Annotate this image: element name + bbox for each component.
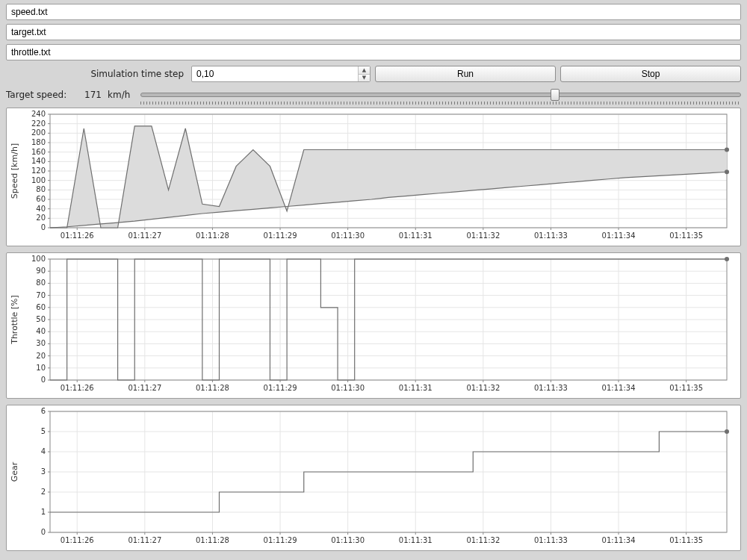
svg-text:01:11:28: 01:11:28: [196, 231, 229, 240]
svg-text:01:11:28: 01:11:28: [196, 384, 229, 392]
svg-text:01:11:29: 01:11:29: [264, 536, 297, 544]
slider-thumb[interactable]: [551, 89, 560, 101]
svg-text:40: 40: [36, 327, 46, 335]
svg-text:0: 0: [41, 528, 46, 536]
svg-text:01:11:32: 01:11:32: [466, 384, 500, 392]
svg-text:01:11:26: 01:11:26: [61, 231, 94, 240]
svg-text:100: 100: [31, 176, 46, 184]
timestep-label: Simulation time step: [6, 69, 187, 79]
svg-text:01:11:34: 01:11:34: [602, 231, 636, 240]
svg-text:2: 2: [41, 488, 46, 496]
svg-text:01:11:27: 01:11:27: [128, 231, 161, 240]
throttle-chart-panel: 010203040506070809010001:11:2601:11:2701…: [6, 252, 741, 399]
svg-text:200: 200: [31, 128, 46, 137]
svg-text:20: 20: [36, 214, 46, 222]
target-file-input[interactable]: [6, 24, 741, 40]
throttle-file-input[interactable]: [6, 44, 741, 60]
svg-text:01:11:34: 01:11:34: [602, 536, 636, 544]
svg-text:140: 140: [31, 157, 46, 165]
svg-point-138: [725, 257, 729, 261]
target-speed-value: 171: [79, 90, 102, 100]
svg-text:6: 6: [41, 407, 46, 415]
spin-up-icon[interactable]: ▲: [359, 66, 370, 75]
svg-point-71: [725, 148, 729, 152]
svg-text:90: 90: [36, 267, 46, 275]
timestep-spinbox[interactable]: ▲ ▼: [191, 66, 371, 82]
svg-text:01:11:29: 01:11:29: [264, 231, 297, 240]
svg-text:1: 1: [41, 508, 46, 516]
svg-text:10: 10: [36, 364, 46, 372]
svg-text:3: 3: [41, 467, 46, 476]
svg-text:01:11:30: 01:11:30: [331, 536, 365, 544]
svg-text:40: 40: [36, 205, 46, 213]
svg-text:80: 80: [36, 279, 46, 287]
svg-point-72: [725, 169, 729, 174]
timestep-input[interactable]: [192, 66, 358, 81]
svg-text:50: 50: [36, 315, 46, 323]
svg-text:60: 60: [36, 195, 46, 203]
svg-text:20: 20: [36, 352, 46, 360]
svg-text:01:11:35: 01:11:35: [669, 536, 703, 544]
svg-text:01:11:30: 01:11:30: [331, 384, 365, 392]
svg-text:01:11:27: 01:11:27: [128, 384, 161, 392]
svg-text:Throttle [%]: Throttle [%]: [10, 295, 19, 345]
svg-text:4: 4: [41, 447, 46, 455]
svg-text:220: 220: [31, 119, 46, 128]
svg-text:01:11:31: 01:11:31: [399, 231, 433, 240]
svg-text:01:11:32: 01:11:32: [466, 536, 500, 544]
svg-text:01:11:28: 01:11:28: [196, 536, 229, 544]
svg-text:0: 0: [41, 376, 46, 384]
svg-text:01:11:29: 01:11:29: [264, 384, 297, 392]
svg-text:01:11:31: 01:11:31: [399, 384, 433, 392]
svg-text:160: 160: [31, 148, 46, 156]
svg-text:01:11:32: 01:11:32: [466, 231, 500, 240]
svg-text:80: 80: [36, 185, 46, 193]
run-button[interactable]: Run: [375, 66, 556, 82]
stop-button[interactable]: Stop: [560, 66, 741, 82]
svg-text:01:11:35: 01:11:35: [669, 384, 703, 392]
svg-text:240: 240: [31, 110, 46, 118]
svg-text:01:11:34: 01:11:34: [602, 384, 636, 392]
svg-text:60: 60: [36, 303, 46, 311]
svg-text:Gear: Gear: [10, 461, 19, 482]
speed-file-input[interactable]: [6, 4, 741, 20]
svg-text:01:11:35: 01:11:35: [669, 231, 703, 240]
svg-text:01:11:26: 01:11:26: [61, 536, 94, 544]
svg-text:5: 5: [41, 427, 46, 435]
svg-point-192: [725, 429, 729, 434]
target-speed-label: Target speed:: [6, 90, 73, 100]
svg-text:120: 120: [31, 167, 46, 175]
svg-text:180: 180: [31, 138, 46, 146]
spin-down-icon[interactable]: ▼: [359, 75, 370, 82]
target-speed-unit: km/h: [108, 90, 134, 100]
svg-text:01:11:33: 01:11:33: [534, 384, 568, 392]
svg-text:0: 0: [41, 223, 46, 231]
svg-text:30: 30: [36, 339, 46, 347]
svg-text:Speed [km/h]: Speed [km/h]: [10, 143, 19, 199]
svg-text:01:11:27: 01:11:27: [128, 536, 161, 544]
target-speed-slider[interactable]: [140, 87, 741, 103]
svg-text:01:11:30: 01:11:30: [331, 231, 365, 240]
gear-chart-panel: 012345601:11:2601:11:2701:11:2801:11:290…: [6, 405, 741, 551]
svg-text:100: 100: [31, 255, 46, 263]
svg-text:01:11:33: 01:11:33: [534, 231, 568, 240]
svg-text:70: 70: [36, 291, 46, 299]
speed-chart-panel: 02040608010012014016018020022024001:11:2…: [6, 108, 741, 246]
svg-text:01:11:26: 01:11:26: [61, 384, 94, 392]
svg-text:01:11:31: 01:11:31: [399, 536, 433, 544]
svg-text:01:11:33: 01:11:33: [534, 536, 568, 544]
